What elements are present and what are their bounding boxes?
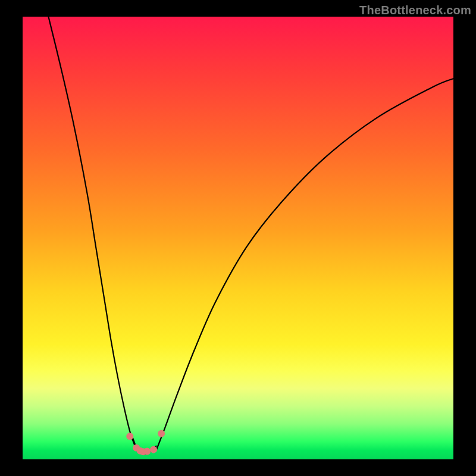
trough-dot <box>150 446 157 453</box>
chart-svg <box>23 17 453 459</box>
trough-dot <box>158 430 165 437</box>
curve-right <box>156 79 453 450</box>
chart-plot-area <box>23 17 453 459</box>
trough-dot <box>126 433 133 440</box>
trough-dot <box>143 448 151 455</box>
curve-left <box>48 17 136 450</box>
attribution-text: TheBottleneck.com <box>359 4 471 17</box>
